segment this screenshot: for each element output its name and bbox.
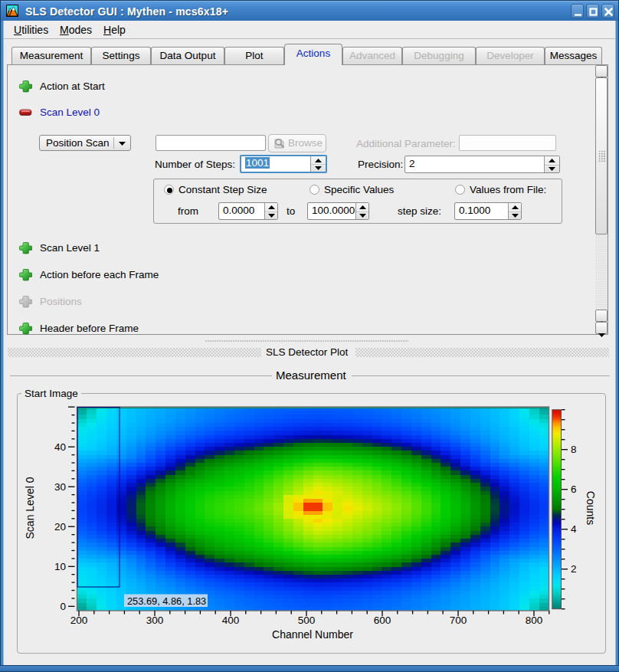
svg-text:253.69, 4.86, 1.83: 253.69, 4.86, 1.83 — [127, 595, 206, 607]
svg-text:200: 200 — [70, 615, 88, 626]
svg-text:600: 600 — [374, 615, 391, 626]
svg-text:10: 10 — [54, 561, 66, 572]
svg-text:6: 6 — [571, 484, 577, 495]
svg-text:0: 0 — [60, 601, 66, 612]
svg-text:2: 2 — [571, 563, 577, 575]
svg-text:40: 40 — [54, 441, 66, 453]
svg-text:20: 20 — [54, 521, 66, 533]
svg-text:Counts: Counts — [585, 491, 597, 525]
svg-text:800: 800 — [526, 615, 543, 626]
svg-text:Channel Number: Channel Number — [272, 628, 353, 641]
svg-text:Scan Level 0: Scan Level 0 — [24, 477, 36, 539]
svg-text:500: 500 — [298, 615, 316, 626]
svg-text:700: 700 — [450, 615, 467, 626]
svg-text:300: 300 — [146, 615, 164, 626]
svg-text:4: 4 — [571, 523, 577, 535]
svg-text:30: 30 — [54, 481, 66, 493]
svg-text:400: 400 — [222, 615, 240, 626]
svg-text:8: 8 — [571, 444, 577, 455]
